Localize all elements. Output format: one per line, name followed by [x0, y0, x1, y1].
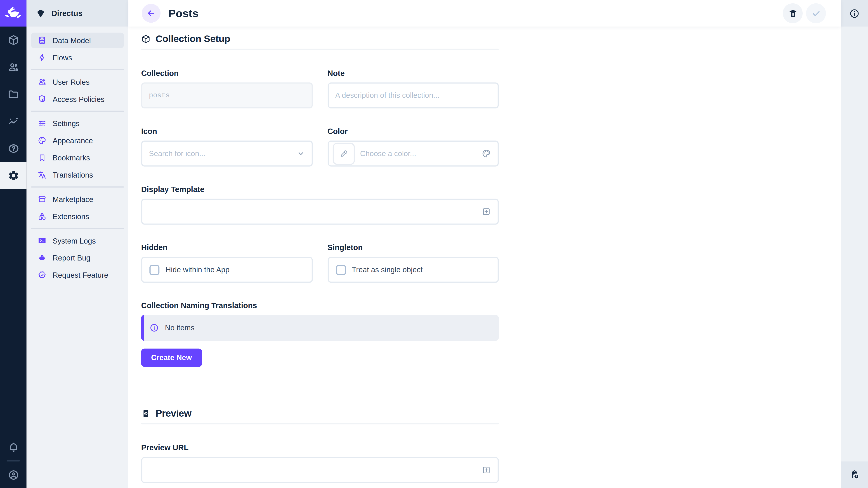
note-input-shell [328, 83, 499, 108]
module-content-button[interactable] [0, 27, 27, 54]
sidebar-item-flows[interactable]: Flows [31, 50, 124, 65]
revisions-button[interactable] [841, 461, 868, 488]
box-icon [141, 34, 151, 44]
singleton-field-group: Singleton Treat as single object [328, 243, 499, 283]
sidebar-item-request-feature[interactable]: Request Feature [31, 267, 124, 283]
sidebar-item-report-bug[interactable]: Report Bug [31, 250, 124, 266]
sidebar-divider [31, 69, 124, 70]
chevron-down-icon[interactable] [296, 149, 305, 158]
collection-label: Collection [141, 69, 312, 77]
note-input[interactable] [335, 91, 491, 100]
sidebar-item-label: Flows [53, 53, 72, 62]
add-box-icon[interactable] [482, 465, 491, 475]
palette-icon[interactable] [482, 149, 491, 158]
content-scroll[interactable]: Collection Setup Collection Note [128, 27, 841, 488]
module-file-library-button[interactable] [0, 81, 27, 108]
sidebar-item-translations[interactable]: Translations [31, 167, 124, 183]
section-divider [141, 423, 499, 424]
display-template-input[interactable] [149, 207, 476, 216]
singleton-toggle[interactable]: Treat as single object [328, 257, 499, 283]
singleton-checkbox[interactable] [336, 265, 346, 275]
hidden-checkbox[interactable] [149, 265, 159, 275]
main-header: Posts [128, 0, 841, 27]
collection-form: Collection Setup Collection Note [141, 27, 499, 483]
folder-icon [7, 89, 19, 100]
collection-setup-heading: Collection Setup [141, 27, 499, 45]
info-sidebar-button[interactable] [841, 0, 868, 27]
no-items-notice: No items [141, 315, 499, 341]
gear-icon [7, 170, 19, 182]
sidebar-item-system-logs[interactable]: System Logs [31, 233, 124, 249]
nav-sidebar: Directus Data ModelFlowsUser RolesAccess… [27, 0, 129, 488]
bug-icon [38, 254, 46, 262]
eyedropper-icon [339, 149, 348, 158]
sidebar-item-label: Settings [53, 119, 80, 128]
preview-icon [141, 409, 151, 418]
color-swatch-button[interactable] [333, 142, 355, 165]
main-area: Posts Collection Setup Colle [128, 0, 841, 488]
icon-label: Icon [141, 127, 312, 135]
create-new-button[interactable]: Create New [141, 349, 202, 367]
delete-button[interactable] [783, 3, 803, 23]
sidebar-item-user-roles[interactable]: User Roles [31, 74, 124, 90]
sidebar-item-label: Report Bug [53, 254, 90, 262]
clipboard-clock-icon [849, 469, 860, 480]
sidebar-item-access-policies[interactable]: Access Policies [31, 91, 124, 107]
check-icon [811, 8, 821, 18]
tune-icon [38, 119, 46, 128]
save-button[interactable] [806, 3, 826, 23]
preview-url-shell [141, 457, 499, 483]
help-icon [7, 143, 19, 154]
shield-user-icon [38, 95, 46, 103]
note-label: Note [328, 69, 499, 77]
icon-search-input[interactable] [149, 149, 291, 158]
right-rail [841, 0, 868, 488]
hidden-toggle[interactable]: Hide within the App [141, 257, 312, 283]
collection-field-group: Collection [141, 69, 312, 108]
people-icon [7, 61, 19, 73]
color-input[interactable] [360, 149, 476, 158]
add-box-icon[interactable] [482, 207, 491, 217]
seal-check-icon [38, 271, 46, 280]
sidebar-item-label: Translations [53, 171, 93, 179]
database-icon [38, 36, 46, 45]
translate-icon [38, 170, 46, 179]
module-user-directory-button[interactable] [0, 54, 27, 81]
sidebar-item-data-model[interactable]: Data Model [31, 33, 124, 48]
directus-logo[interactable] [0, 0, 27, 27]
arrow-left-icon [147, 9, 156, 18]
sidebar-item-extensions[interactable]: Extensions [31, 208, 124, 224]
module-settings-button[interactable] [0, 162, 27, 189]
category-icon [38, 212, 46, 221]
sidebar-item-appearance[interactable]: Appearance [31, 133, 124, 149]
bookmark-icon [38, 153, 46, 162]
preview-url-input[interactable] [149, 466, 476, 474]
preview-url-label: Preview URL [141, 443, 499, 452]
sidebar-divider [31, 228, 124, 229]
sidebar-item-label: Appearance [53, 136, 93, 145]
module-account-button[interactable] [0, 461, 27, 488]
info-icon [849, 8, 860, 19]
module-notifications-button[interactable] [0, 434, 27, 460]
color-label: Color [328, 127, 499, 135]
hidden-label: Hidden [141, 243, 312, 252]
sidebar-item-label: Data Model [53, 36, 91, 44]
module-insights-button[interactable] [0, 108, 27, 135]
back-button[interactable] [142, 4, 160, 23]
note-field-group: Note [328, 69, 499, 108]
sidebar-item-settings[interactable]: Settings [31, 116, 124, 131]
project-header[interactable]: Directus [27, 0, 129, 27]
color-field-group: Color [328, 127, 499, 166]
rail-body [841, 27, 868, 462]
project-fan-icon [36, 8, 45, 18]
terminal-icon [38, 236, 46, 245]
person-circle-icon [7, 469, 19, 481]
sidebar-item-marketplace[interactable]: Marketplace [31, 191, 124, 207]
module-documentation-button[interactable] [0, 135, 27, 162]
icon-field-group: Icon [141, 127, 312, 166]
collection-input [149, 92, 305, 99]
section-divider [141, 49, 499, 50]
sidebar-item-label: Access Policies [53, 95, 105, 103]
sidebar-item-label: Extensions [53, 212, 89, 221]
sidebar-item-bookmarks[interactable]: Bookmarks [31, 150, 124, 166]
